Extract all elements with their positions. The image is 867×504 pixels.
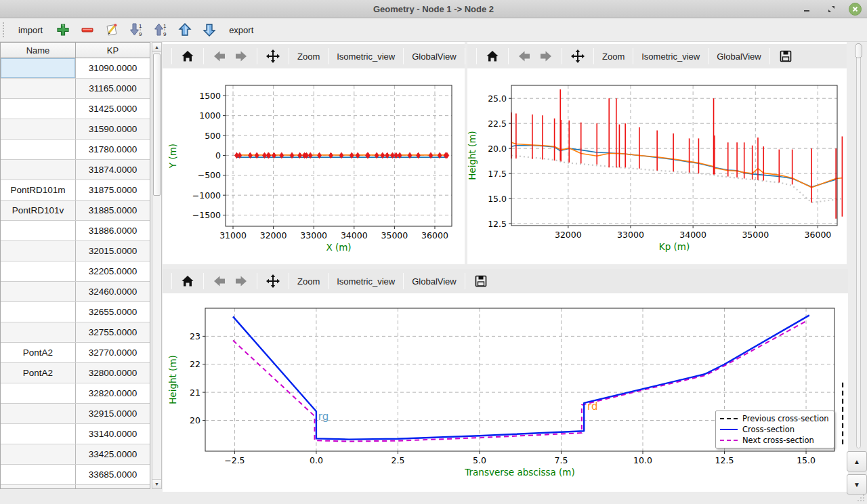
- sort-descending-button[interactable]: 1 9: [127, 21, 145, 39]
- back-button[interactable]: [209, 271, 230, 291]
- name-cell[interactable]: [1, 302, 76, 322]
- kp-cell[interactable]: 31165.0000: [76, 79, 150, 98]
- isometric-view-button[interactable]: Isometric_view: [333, 46, 398, 66]
- global-view-button[interactable]: GlobalView: [713, 46, 765, 66]
- forward-button[interactable]: [535, 46, 557, 66]
- name-cell[interactable]: [1, 119, 76, 139]
- kp-cell[interactable]: 32820.0000: [76, 383, 150, 403]
- name-cell[interactable]: PontA2: [1, 343, 76, 362]
- kp-cell[interactable]: 32755.0000: [76, 322, 150, 342]
- global-view-button[interactable]: GlobalView: [408, 271, 460, 291]
- name-cell[interactable]: [1, 444, 76, 464]
- kp-cell[interactable]: 31090.0000: [76, 58, 150, 78]
- name-cell[interactable]: PontRD101m: [1, 180, 76, 200]
- kp-cell[interactable]: 32770.0000: [76, 343, 150, 362]
- column-header-name[interactable]: Name: [1, 43, 76, 58]
- cross-section-chart[interactable]: −2.50.02.55.07.510.012.515.020212223Tran…: [163, 293, 848, 492]
- svg-text:Height (m): Height (m): [467, 131, 478, 180]
- window-scrollbar-trough[interactable]: [856, 43, 861, 448]
- kp-cell[interactable]: 32205.0000: [76, 261, 150, 281]
- kp-cell[interactable]: 31425.0000: [76, 99, 150, 119]
- kp-cell[interactable]: 32800.0000: [76, 363, 150, 383]
- home-button[interactable]: [177, 46, 198, 66]
- scroll-up-button[interactable]: ▲: [847, 451, 867, 471]
- resize-grip[interactable]: [857, 494, 865, 502]
- name-cell[interactable]: [1, 261, 76, 281]
- column-header-kp[interactable]: KP: [76, 43, 150, 58]
- name-cell[interactable]: [1, 282, 76, 301]
- zoom-button[interactable]: Zoom: [294, 271, 323, 291]
- name-cell[interactable]: [1, 322, 76, 342]
- name-cell[interactable]: [1, 99, 76, 119]
- edit-row-button[interactable]: [102, 21, 121, 39]
- kp-cell[interactable]: 31886.0000: [76, 221, 150, 240]
- name-cell[interactable]: PontRD101v: [1, 201, 76, 220]
- kp-cell[interactable]: 31590.0000: [76, 119, 150, 139]
- isometric-view-button[interactable]: Isometric_view: [333, 271, 398, 291]
- profile-chart[interactable]: 320003300034000350003600012.515.017.520.…: [467, 68, 847, 264]
- back-button[interactable]: [209, 46, 230, 66]
- home-button[interactable]: [482, 46, 503, 66]
- name-cell[interactable]: [1, 485, 76, 489]
- global-view-button[interactable]: GlobalView: [408, 46, 460, 66]
- pan-button[interactable]: [262, 46, 284, 66]
- name-cell[interactable]: [1, 140, 76, 159]
- kp-cell[interactable]: 33425.0000: [76, 444, 150, 464]
- kp-cell[interactable]: 31874.0000: [76, 160, 150, 180]
- window-scrollbar-thumb[interactable]: [855, 43, 862, 58]
- kp-cell[interactable]: 32915.0000: [76, 404, 150, 423]
- kp-cell[interactable]: 32015.0000: [76, 241, 150, 261]
- kp-cell[interactable]: 32460.0000: [76, 282, 150, 301]
- import-button[interactable]: import: [14, 23, 47, 37]
- remove-row-button[interactable]: [78, 21, 96, 39]
- close-button[interactable]: [849, 3, 862, 16]
- scroll-down-button[interactable]: ▼: [847, 474, 867, 495]
- add-row-button[interactable]: [54, 21, 72, 39]
- name-cell[interactable]: [1, 383, 76, 403]
- name-cell[interactable]: [1, 404, 76, 423]
- home-button[interactable]: [177, 271, 198, 291]
- svg-text:9: 9: [139, 31, 142, 37]
- kp-cell[interactable]: 33140.0000: [76, 424, 150, 444]
- pan-button[interactable]: [567, 46, 589, 66]
- sort-ascending-button[interactable]: 1 9: [151, 21, 169, 39]
- table-scrollbar[interactable]: ▲ ▼: [152, 42, 162, 489]
- name-cell[interactable]: [1, 58, 76, 78]
- close-icon: [851, 5, 859, 13]
- kp-cell[interactable]: 31780.0000: [76, 140, 150, 159]
- kp-cell[interactable]: [76, 485, 150, 489]
- table-scroll-up-button[interactable]: ▲: [152, 43, 161, 52]
- table-scroll-down-button[interactable]: ▼: [152, 479, 161, 488]
- forward-button[interactable]: [230, 271, 252, 291]
- save-figure-button[interactable]: [775, 46, 797, 66]
- window-scrollbar[interactable]: ▲ ▼: [848, 42, 867, 495]
- kp-cell[interactable]: 31885.0000: [76, 201, 150, 220]
- name-cell[interactable]: [1, 424, 76, 444]
- arrow-down-icon: [201, 22, 217, 38]
- table-row: 31090.0000: [1, 58, 150, 79]
- toolbar-drag-handle[interactable]: [3, 22, 6, 37]
- export-button[interactable]: export: [224, 23, 258, 37]
- kp-cell[interactable]: 33685.0000: [76, 465, 150, 484]
- name-cell[interactable]: [1, 241, 76, 261]
- trace-chart[interactable]: 310003200033000340003500036000−1500−1000…: [163, 68, 465, 264]
- name-cell[interactable]: [1, 79, 76, 98]
- save-figure-button[interactable]: [470, 271, 492, 291]
- isometric-view-button[interactable]: Isometric_view: [638, 46, 703, 66]
- back-button[interactable]: [513, 46, 535, 66]
- name-cell[interactable]: PontA2: [1, 363, 76, 383]
- table-scrollbar-thumb[interactable]: [153, 54, 161, 196]
- pan-button[interactable]: [262, 271, 284, 291]
- forward-button[interactable]: [230, 46, 252, 66]
- move-up-button[interactable]: [175, 21, 194, 39]
- name-cell[interactable]: [1, 221, 76, 240]
- zoom-button[interactable]: Zoom: [599, 46, 628, 66]
- minimize-button[interactable]: [800, 3, 813, 16]
- kp-cell[interactable]: 31875.0000: [76, 180, 150, 200]
- name-cell[interactable]: [1, 465, 76, 484]
- zoom-button[interactable]: Zoom: [294, 46, 323, 66]
- restore-button[interactable]: [824, 3, 838, 16]
- name-cell[interactable]: [1, 160, 76, 180]
- move-down-button[interactable]: [200, 21, 218, 39]
- kp-cell[interactable]: 32655.0000: [76, 302, 150, 322]
